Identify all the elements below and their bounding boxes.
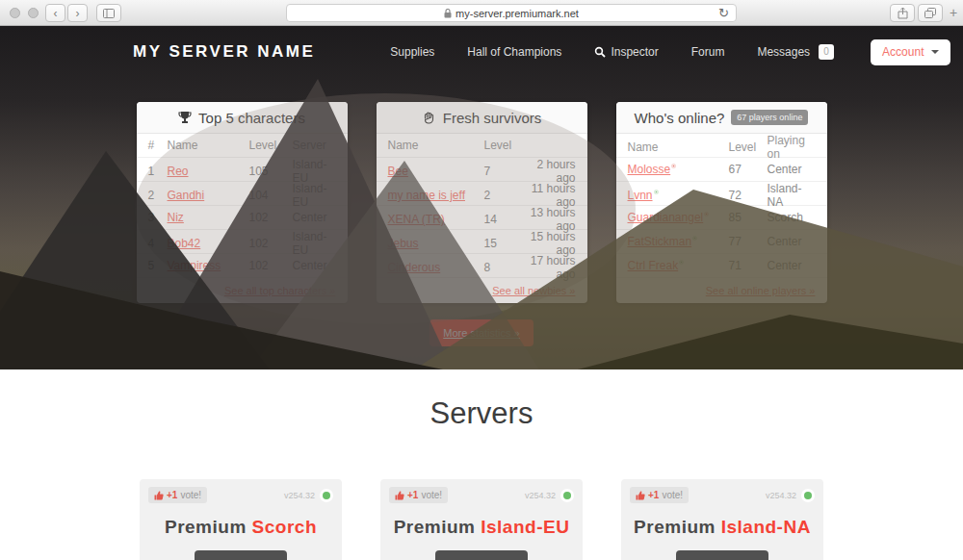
server-cards: +1 vote! v254.32 Premium Scorch — [0, 479, 963, 560]
back-button[interactable]: ‹ — [45, 4, 65, 22]
server-name: Island-NA — [721, 517, 811, 537]
server-action-button[interactable] — [195, 550, 287, 560]
vote-word-label: vote! — [662, 490, 683, 500]
server-card-island-eu: +1 vote! v254.32 Premium Island-EU — [380, 479, 583, 560]
thumbs-up-icon — [636, 491, 645, 500]
vote-plus-label: +1 — [648, 490, 659, 500]
account-dropdown-button[interactable]: Account — [871, 39, 950, 65]
servers-section: Servers +1 vote! v254.32 Premium Scorch — [0, 396, 963, 560]
server-name: Island-EU — [481, 517, 569, 537]
vote-button[interactable]: +1 vote! — [148, 487, 207, 503]
sidebar-toggle-button[interactable] — [96, 4, 121, 22]
server-card-title: Premium Island-NA — [630, 517, 815, 538]
server-version: v254.32 — [525, 491, 556, 500]
nav-item-forum[interactable]: Forum — [691, 45, 725, 59]
server-card-island-na: +1 vote! v254.32 Premium Island-NA — [621, 479, 823, 560]
vote-word-label: vote! — [421, 490, 442, 500]
hero-section: MY SERVER NAME Supplies Hall of Champion… — [0, 26, 963, 369]
nav-item-messages-label: Messages — [757, 45, 810, 59]
nav-links: Supplies Hall of Champions Inspector For… — [390, 39, 963, 65]
server-version: v254.32 — [766, 491, 796, 500]
reload-button[interactable]: ↻ — [718, 6, 729, 20]
minimize-window-button[interactable] — [28, 8, 39, 18]
vote-plus-label: +1 — [167, 490, 177, 500]
new-tab-button[interactable]: + — [946, 5, 961, 20]
nav-item-inspector-label: Inspector — [611, 45, 658, 59]
mountain-background — [0, 26, 963, 369]
tab-overview-button[interactable] — [918, 4, 943, 22]
nav-item-supplies[interactable]: Supplies — [390, 45, 434, 59]
site-logo[interactable]: MY SERVER NAME — [133, 42, 315, 62]
tabs-icon — [924, 8, 936, 18]
sidebar-icon — [103, 9, 115, 18]
server-action-button[interactable] — [435, 550, 528, 560]
vote-button[interactable]: +1 vote! — [389, 487, 448, 503]
server-card-title: Premium Scorch — [148, 517, 333, 538]
nav-item-hall-of-champions[interactable]: Hall of Champions — [467, 45, 561, 59]
share-button[interactable] — [890, 4, 915, 22]
lock-icon — [444, 9, 452, 18]
server-card-title: Premium Island-EU — [389, 517, 574, 538]
vote-plus-label: +1 — [407, 490, 418, 500]
server-action-button[interactable] — [676, 550, 768, 560]
server-online-icon — [801, 489, 815, 502]
server-prefix: Premium — [165, 517, 247, 537]
site-navbar: MY SERVER NAME Supplies Hall of Champion… — [0, 26, 963, 69]
thumbs-up-icon — [154, 491, 164, 500]
server-prefix: Premium — [634, 517, 716, 537]
server-version: v254.32 — [284, 491, 315, 500]
close-window-button[interactable] — [10, 8, 20, 18]
browser-chrome: ‹ › my-server.premiumark.net ↻ + — [0, 0, 963, 26]
server-online-icon — [560, 489, 574, 502]
chevron-down-icon — [931, 50, 939, 54]
thumbs-up-icon — [395, 491, 404, 500]
forward-button[interactable]: › — [67, 4, 88, 22]
messages-count-badge: 0 — [819, 44, 834, 60]
address-bar[interactable]: my-server.premiumark.net ↻ — [286, 4, 737, 22]
vote-word-label: vote! — [180, 490, 201, 500]
vote-button[interactable]: +1 vote! — [630, 487, 689, 503]
url-text: my-server.premiumark.net — [455, 8, 579, 19]
server-card-scorch: +1 vote! v254.32 Premium Scorch — [140, 479, 342, 560]
nav-item-messages[interactable]: Messages 0 — [757, 44, 834, 60]
servers-heading: Servers — [0, 396, 963, 431]
server-name: Scorch — [252, 517, 317, 537]
account-label: Account — [882, 45, 924, 59]
share-icon — [898, 7, 908, 19]
server-prefix: Premium — [394, 517, 476, 537]
search-icon — [594, 46, 606, 58]
nav-item-inspector[interactable]: Inspector — [594, 45, 658, 59]
server-online-icon — [320, 489, 333, 502]
